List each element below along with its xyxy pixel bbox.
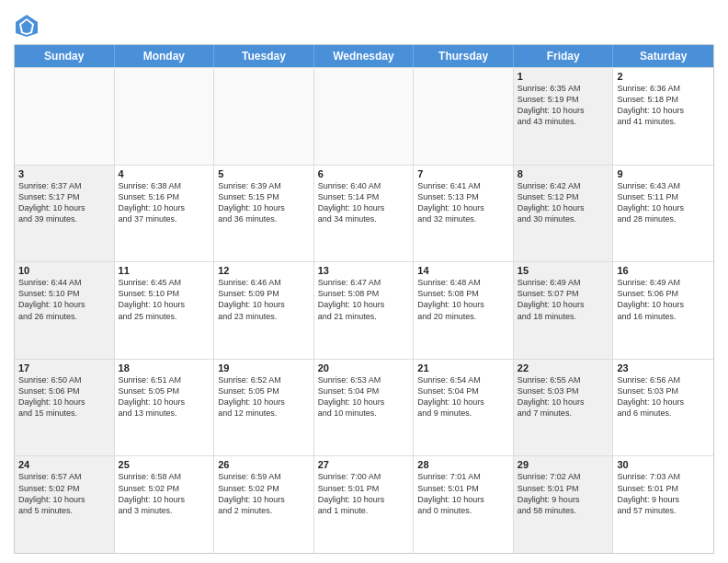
cal-cell: 23Sunrise: 6:56 AM Sunset: 5:03 PM Dayli… [613, 360, 713, 456]
cal-cell: 19Sunrise: 6:52 AM Sunset: 5:05 PM Dayli… [214, 360, 314, 456]
day-number: 8 [518, 168, 609, 179]
cal-row-4: 24Sunrise: 6:57 AM Sunset: 5:02 PM Dayli… [15, 455, 713, 553]
page: SundayMondayTuesdayWednesdayThursdayFrid… [0, 0, 728, 563]
cell-info: Sunrise: 6:35 AM Sunset: 5:19 PM Dayligh… [518, 83, 609, 128]
cell-info: Sunrise: 6:36 AM Sunset: 5:18 PM Dayligh… [617, 83, 710, 128]
calendar-body: 1Sunrise: 6:35 AM Sunset: 5:19 PM Daylig… [15, 67, 713, 553]
day-number: 16 [617, 265, 710, 276]
cell-info: Sunrise: 6:43 AM Sunset: 5:11 PM Dayligh… [617, 180, 710, 225]
cal-cell: 10Sunrise: 6:44 AM Sunset: 5:10 PM Dayli… [15, 262, 115, 359]
cell-info: Sunrise: 6:49 AM Sunset: 5:07 PM Dayligh… [518, 277, 609, 322]
cell-info: Sunrise: 6:48 AM Sunset: 5:08 PM Dayligh… [417, 277, 509, 322]
cal-cell: 18Sunrise: 6:51 AM Sunset: 5:05 PM Dayli… [115, 360, 215, 456]
cal-cell: 11Sunrise: 6:45 AM Sunset: 5:10 PM Dayli… [115, 262, 215, 359]
cell-info: Sunrise: 6:41 AM Sunset: 5:13 PM Dayligh… [417, 180, 509, 225]
day-number: 24 [18, 459, 110, 470]
cell-info: Sunrise: 7:00 AM Sunset: 5:01 PM Dayligh… [318, 471, 410, 516]
cell-info: Sunrise: 7:02 AM Sunset: 5:01 PM Dayligh… [518, 471, 609, 516]
calendar: SundayMondayTuesdayWednesdayThursdayFrid… [14, 44, 714, 554]
header-day-friday: Friday [514, 45, 614, 67]
cal-cell: 6Sunrise: 6:40 AM Sunset: 5:14 PM Daylig… [314, 166, 415, 262]
calendar-header: SundayMondayTuesdayWednesdayThursdayFrid… [15, 45, 713, 67]
cal-cell: 13Sunrise: 6:47 AM Sunset: 5:08 PM Dayli… [314, 262, 415, 359]
cal-cell: 4Sunrise: 6:38 AM Sunset: 5:16 PM Daylig… [115, 166, 215, 262]
cell-info: Sunrise: 6:45 AM Sunset: 5:10 PM Dayligh… [119, 277, 210, 322]
cal-cell: 2Sunrise: 6:36 AM Sunset: 5:18 PM Daylig… [613, 68, 713, 165]
cal-cell: 25Sunrise: 6:58 AM Sunset: 5:02 PM Dayli… [115, 456, 215, 553]
day-number: 18 [119, 362, 210, 373]
cell-info: Sunrise: 6:52 AM Sunset: 5:05 PM Dayligh… [218, 374, 310, 419]
cell-info: Sunrise: 6:56 AM Sunset: 5:03 PM Dayligh… [617, 374, 710, 419]
header-day-thursday: Thursday [414, 45, 514, 67]
cal-cell: 21Sunrise: 6:54 AM Sunset: 5:04 PM Dayli… [414, 360, 514, 456]
cell-info: Sunrise: 6:39 AM Sunset: 5:15 PM Dayligh… [218, 180, 310, 225]
cell-info: Sunrise: 6:50 AM Sunset: 5:06 PM Dayligh… [18, 374, 110, 419]
header-day-wednesday: Wednesday [314, 45, 415, 67]
cal-cell: 27Sunrise: 7:00 AM Sunset: 5:01 PM Dayli… [314, 456, 415, 553]
day-number: 19 [218, 362, 310, 373]
day-number: 15 [518, 265, 609, 276]
cal-cell: 8Sunrise: 6:42 AM Sunset: 5:12 PM Daylig… [514, 166, 614, 262]
cal-cell: 14Sunrise: 6:48 AM Sunset: 5:08 PM Dayli… [414, 262, 514, 359]
cal-cell [314, 68, 415, 165]
cal-cell [414, 68, 514, 165]
logo [14, 13, 43, 39]
cal-cell [214, 68, 314, 165]
cell-info: Sunrise: 6:55 AM Sunset: 5:03 PM Dayligh… [518, 374, 609, 419]
header-day-monday: Monday [115, 45, 215, 67]
cell-info: Sunrise: 6:46 AM Sunset: 5:09 PM Dayligh… [218, 277, 310, 322]
cell-info: Sunrise: 6:37 AM Sunset: 5:17 PM Dayligh… [18, 180, 110, 225]
cal-row-3: 17Sunrise: 6:50 AM Sunset: 5:06 PM Dayli… [15, 359, 713, 456]
day-number: 13 [318, 265, 410, 276]
cell-info: Sunrise: 6:47 AM Sunset: 5:08 PM Dayligh… [318, 277, 410, 322]
day-number: 21 [417, 362, 509, 373]
cell-info: Sunrise: 6:54 AM Sunset: 5:04 PM Dayligh… [417, 374, 509, 419]
cell-info: Sunrise: 6:51 AM Sunset: 5:05 PM Dayligh… [119, 374, 210, 419]
cell-info: Sunrise: 6:57 AM Sunset: 5:02 PM Dayligh… [18, 471, 110, 516]
day-number: 1 [518, 71, 609, 82]
cal-cell: 3Sunrise: 6:37 AM Sunset: 5:17 PM Daylig… [15, 166, 115, 262]
day-number: 25 [119, 459, 210, 470]
day-number: 12 [218, 265, 310, 276]
day-number: 28 [417, 459, 509, 470]
day-number: 23 [617, 362, 710, 373]
cell-info: Sunrise: 7:03 AM Sunset: 5:01 PM Dayligh… [617, 471, 710, 516]
cell-info: Sunrise: 6:40 AM Sunset: 5:14 PM Dayligh… [318, 180, 410, 225]
cell-info: Sunrise: 6:53 AM Sunset: 5:04 PM Dayligh… [318, 374, 410, 419]
day-number: 17 [18, 362, 110, 373]
day-number: 2 [617, 71, 710, 82]
cal-cell: 20Sunrise: 6:53 AM Sunset: 5:04 PM Dayli… [314, 360, 415, 456]
day-number: 9 [617, 168, 710, 179]
day-number: 3 [18, 168, 110, 179]
cal-cell [115, 68, 215, 165]
cal-cell: 16Sunrise: 6:49 AM Sunset: 5:06 PM Dayli… [613, 262, 713, 359]
cal-row-0: 1Sunrise: 6:35 AM Sunset: 5:19 PM Daylig… [15, 67, 713, 165]
cell-info: Sunrise: 6:58 AM Sunset: 5:02 PM Dayligh… [119, 471, 210, 516]
day-number: 26 [218, 459, 310, 470]
logo-icon [14, 13, 40, 39]
day-number: 5 [218, 168, 310, 179]
cal-cell [15, 68, 115, 165]
cal-cell: 5Sunrise: 6:39 AM Sunset: 5:15 PM Daylig… [214, 166, 314, 262]
cell-info: Sunrise: 6:38 AM Sunset: 5:16 PM Dayligh… [119, 180, 210, 225]
day-number: 4 [119, 168, 210, 179]
cal-cell: 29Sunrise: 7:02 AM Sunset: 5:01 PM Dayli… [514, 456, 614, 553]
day-number: 6 [318, 168, 410, 179]
cal-cell: 9Sunrise: 6:43 AM Sunset: 5:11 PM Daylig… [613, 166, 713, 262]
cal-cell: 15Sunrise: 6:49 AM Sunset: 5:07 PM Dayli… [514, 262, 614, 359]
day-number: 10 [18, 265, 110, 276]
day-number: 20 [318, 362, 410, 373]
cal-row-2: 10Sunrise: 6:44 AM Sunset: 5:10 PM Dayli… [15, 261, 713, 359]
cell-info: Sunrise: 6:49 AM Sunset: 5:06 PM Dayligh… [617, 277, 710, 322]
cal-cell: 28Sunrise: 7:01 AM Sunset: 5:01 PM Dayli… [414, 456, 514, 553]
cal-cell: 7Sunrise: 6:41 AM Sunset: 5:13 PM Daylig… [414, 166, 514, 262]
day-number: 22 [518, 362, 609, 373]
day-number: 30 [617, 459, 710, 470]
day-number: 7 [417, 168, 509, 179]
day-number: 11 [119, 265, 210, 276]
header-day-tuesday: Tuesday [214, 45, 314, 67]
day-number: 27 [318, 459, 410, 470]
cell-info: Sunrise: 6:42 AM Sunset: 5:12 PM Dayligh… [518, 180, 609, 225]
cell-info: Sunrise: 7:01 AM Sunset: 5:01 PM Dayligh… [417, 471, 509, 516]
cal-cell: 12Sunrise: 6:46 AM Sunset: 5:09 PM Dayli… [214, 262, 314, 359]
